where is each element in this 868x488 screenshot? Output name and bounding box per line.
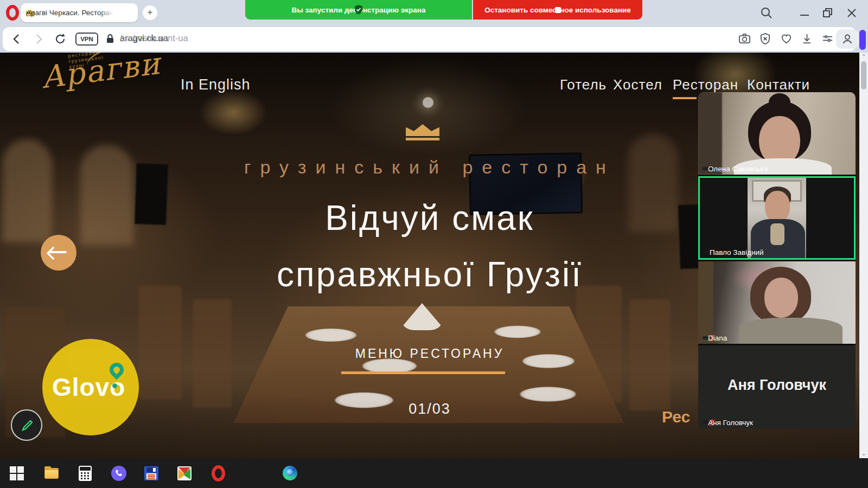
stop-sharing-label: Остановить совместное использование [484,6,631,14]
start-button[interactable] [10,466,25,481]
participant-name-label: Аня Головчук [703,421,713,424]
participant-tile-pavlo[interactable]: Павло Завідний [698,176,856,260]
avatar [698,261,713,344]
search-icon[interactable] [760,6,774,20]
reload-icon[interactable] [54,33,67,46]
lock-icon[interactable] [104,33,117,46]
menu-underline [341,371,505,374]
participant-name: Павло Завідний [710,248,764,256]
download-icon[interactable] [801,33,814,46]
webpage: Арагви ресторан грузинської кухні In Eng… [0,53,859,458]
opera-menu-icon[interactable] [6,5,19,21]
forward-icon[interactable] [32,33,45,46]
avatar [770,223,784,245]
sidebar-indicator[interactable] [859,30,866,50]
url-path: /ua/restaurant-ua [120,33,188,43]
page-scrollbar[interactable]: ⌃ ⌄ [859,53,868,458]
screen-share-banner: Вы запустили демонстрацию экрана [245,0,472,20]
tab-title: Арагві Черкаси. Ресторан [26,8,113,17]
participant-name-label: Diana [703,336,713,339]
settings-sliders-icon[interactable] [821,33,834,46]
camera-icon[interactable] [738,33,751,46]
opera-icon[interactable] [212,465,225,481]
carousel-prev-button[interactable] [41,235,76,271]
taskbar: zoom zm УКР 11:14 Пн 30.03.26 [0,458,868,488]
profile-button[interactable] [836,29,859,49]
vpn-badge[interactable]: VPN [75,33,98,46]
glovo-badge[interactable]: Glovo [42,339,139,435]
participant-tile-diana[interactable]: Diana [698,261,856,344]
restore-button[interactable] [821,6,835,20]
language-link[interactable]: In English [181,76,251,93]
avatar [739,318,843,344]
viber-icon[interactable] [111,466,126,481]
new-tab-button[interactable]: + [143,5,157,20]
scrollbar-thumb[interactable] [861,61,866,89]
nav-hostel[interactable]: Хостел [613,76,662,93]
browser-tab[interactable]: Арагві Черкаси. Ресторан [21,3,138,22]
participant-name: Diana [708,334,727,342]
faststone-capture-icon[interactable] [177,466,193,481]
browser-chrome: Арагві Черкаси. Ресторан + Вы запустили … [0,0,868,53]
avatar [764,278,798,318]
scroll-up-icon[interactable]: ⌃ [861,54,866,59]
close-button[interactable] [845,6,859,20]
annotate-button[interactable] [11,409,42,441]
participant-tile-anya[interactable]: Аня Головчук Аня Головчук [698,345,856,428]
heart-icon[interactable] [780,33,793,46]
participant-tile-olena[interactable]: Олена Саковська [698,92,856,175]
shield-check-icon [354,4,363,15]
save-app-icon[interactable] [144,466,159,481]
participant-display-name: Аня Головчук [698,377,856,394]
crown-icon [406,124,439,140]
zoom-participants-panel: Олена Саковська Павло Завідний [698,92,856,428]
file-explorer-icon[interactable] [44,466,60,481]
screen: Арагві Черкаси. Ресторан + Вы запустили … [0,0,868,488]
stop-sharing-button[interactable]: Остановить совместное использование [473,0,642,20]
nav-restaurant[interactable]: Ресторан [673,76,738,93]
nav-active-underline [673,97,697,99]
participant-name: Олена Саковська [708,165,768,173]
participant-name-label: Павло Завідний [704,251,715,254]
nav-hotel[interactable]: Готель [560,76,607,93]
nav-contacts[interactable]: Контакти [747,76,810,93]
shield-block-icon[interactable] [759,33,772,46]
left-arrow-icon [49,251,67,253]
scroll-down-icon[interactable]: ⌄ [861,451,866,456]
edge-icon[interactable] [283,466,297,480]
avatar [698,92,722,175]
back-icon[interactable] [10,33,23,46]
participant-name-label: Олена Саковська [703,167,713,170]
avatar [765,191,790,222]
minimize-button[interactable] [797,6,812,20]
calculator-icon[interactable] [79,466,92,481]
glovo-pin-dot [112,383,117,388]
partial-heading-text: Рес [662,408,690,426]
address-bar[interactable]: VPN aragvi.ck.ua/ua/restaurant-ua [3,27,856,51]
participant-name: Аня Головчук [708,419,753,427]
